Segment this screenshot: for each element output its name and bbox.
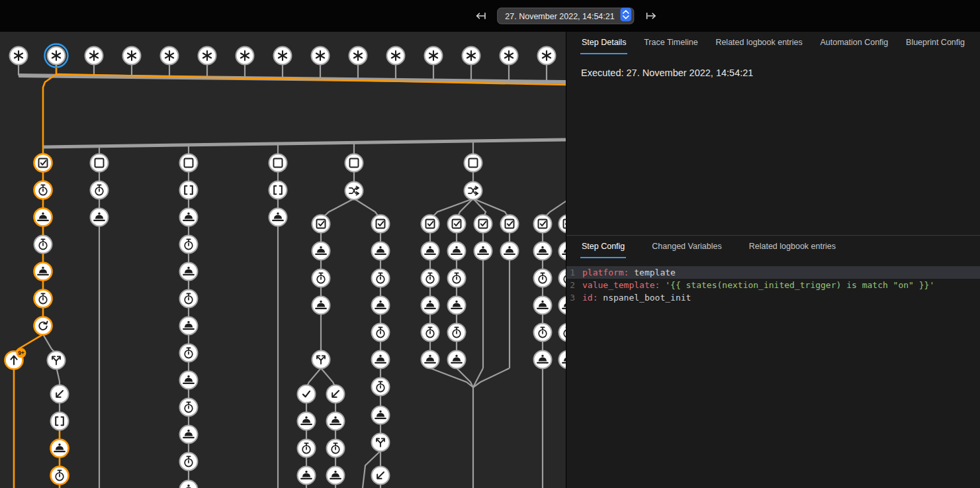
trace-node-timer[interactable] (34, 181, 52, 199)
trace-node-checkbox[interactable] (312, 215, 330, 233)
trace-node-call-split[interactable] (48, 352, 66, 369)
trace-node-timer[interactable] (180, 290, 198, 308)
trace-node-service[interactable] (372, 242, 390, 260)
trace-node-timer[interactable] (180, 453, 198, 471)
trace-node-service[interactable] (534, 297, 552, 315)
trace-node-repeat[interactable] (34, 317, 52, 335)
tab-changed-variables[interactable]: Changed Variables (650, 236, 723, 258)
tab-step-details[interactable]: Step Details (580, 32, 627, 54)
trace-node-square[interactable] (465, 154, 482, 172)
trace-node-timer[interactable] (448, 269, 466, 287)
trace-node-arrow-bottom-left[interactable] (327, 385, 345, 403)
trace-node-timer[interactable] (534, 269, 552, 287)
trace-node-asterisk[interactable] (85, 47, 103, 65)
trace-node-timer[interactable] (298, 440, 316, 458)
trace-node-service[interactable] (372, 407, 390, 424)
trace-node-service[interactable] (180, 209, 198, 226)
trace-node-service[interactable] (448, 297, 466, 315)
trace-node-checkbox[interactable] (501, 215, 519, 233)
trace-node-shuffle[interactable] (345, 182, 363, 200)
trace-node-service[interactable] (180, 481, 198, 488)
trace-node-service[interactable] (372, 297, 390, 315)
next-run-button[interactable] (643, 8, 659, 24)
trace-node-service[interactable] (559, 297, 566, 315)
tab-step-config[interactable]: Step Config (580, 236, 626, 258)
trace-node-service[interactable] (312, 242, 330, 260)
trace-node-timer[interactable] (34, 236, 52, 254)
trace-node-service[interactable] (180, 317, 198, 335)
trace-node-asterisk[interactable] (349, 47, 367, 65)
trace-node-service[interactable] (422, 242, 439, 260)
trace-node-brackets[interactable] (180, 181, 198, 199)
trace-node-brackets[interactable] (269, 181, 287, 199)
previous-run-button[interactable] (472, 8, 488, 24)
trace-node-service[interactable] (269, 209, 287, 226)
trace-node-asterisk[interactable] (387, 47, 405, 65)
trace-node-service[interactable] (448, 351, 466, 369)
trace-node-shuffle[interactable] (465, 182, 482, 200)
trace-node-timer[interactable] (372, 269, 390, 287)
trace-node-brackets[interactable] (51, 413, 69, 430)
trace-node-asterisk[interactable] (199, 47, 216, 65)
trace-node-timer[interactable] (559, 269, 566, 287)
trace-node-timer[interactable] (372, 324, 390, 342)
trace-node-service[interactable] (474, 242, 492, 260)
trace-node-service[interactable] (422, 351, 439, 369)
trace-node-square[interactable] (91, 154, 109, 172)
trace-node-checkbox[interactable] (34, 154, 52, 172)
trace-node-service[interactable] (448, 242, 466, 260)
trace-node-timer[interactable] (312, 269, 330, 287)
tab-blueprint-config[interactable]: Blueprint Config (905, 32, 966, 54)
trace-node-asterisk[interactable] (312, 47, 330, 65)
trace-node-square[interactable] (345, 154, 363, 172)
trace-node-service[interactable] (534, 242, 552, 260)
trace-node-checkbox[interactable] (422, 215, 439, 233)
trace-node-asterisk[interactable] (10, 47, 28, 65)
trace-node-service[interactable] (372, 351, 390, 369)
trace-node-timer[interactable] (180, 344, 198, 362)
trace-node-service[interactable] (559, 242, 566, 260)
trace-node-timer[interactable] (51, 467, 69, 485)
trace-node-timer[interactable] (372, 378, 390, 396)
trace-node-asterisk[interactable] (500, 47, 518, 65)
trace-node-service[interactable] (298, 413, 316, 430)
trace-node-square[interactable] (269, 154, 287, 172)
trace-node-asterisk[interactable] (236, 47, 254, 65)
trace-node-timer[interactable] (91, 181, 109, 199)
trace-node-checkbox[interactable] (448, 215, 466, 233)
trace-node-service[interactable] (91, 209, 109, 226)
trace-node-arrow-bottom-left[interactable] (372, 467, 390, 485)
trace-node-service[interactable] (559, 351, 566, 369)
trace-node-timer[interactable] (448, 324, 466, 342)
trace-node-square[interactable] (180, 154, 198, 172)
trace-node-timer[interactable] (34, 290, 52, 308)
trace-node-timer[interactable] (422, 269, 439, 287)
trace-node-service[interactable] (501, 242, 519, 260)
trace-node-service[interactable] (298, 467, 316, 485)
trace-node-service[interactable] (327, 467, 345, 485)
tab-trace-timeline[interactable]: Trace Timeline (643, 32, 699, 54)
trace-node-call-split[interactable] (372, 434, 390, 452)
trace-node-check[interactable] (298, 385, 316, 403)
trace-node-service[interactable] (534, 351, 552, 369)
run-selector[interactable]: 27. November 2022, 14:54:21 (497, 8, 634, 24)
tab-related-logbook-entries[interactable]: Related logbook entries (714, 32, 803, 54)
trace-node-service[interactable] (327, 413, 345, 430)
tab-related-logbook-entries[interactable]: Related logbook entries (748, 236, 837, 258)
trace-node-service[interactable] (180, 263, 198, 281)
trace-node-checkbox[interactable] (559, 215, 566, 233)
trace-node-service[interactable] (34, 263, 52, 281)
trace-node-arrow-bottom-left[interactable] (51, 385, 69, 403)
trace-node-checkbox[interactable] (372, 215, 390, 233)
trace-node-timer[interactable] (180, 236, 198, 254)
trace-node-call-split[interactable] (312, 351, 330, 369)
trace-node-service[interactable] (180, 371, 198, 389)
trace-node-arrow-up[interactable]: 9+ (5, 348, 26, 369)
trace-node-checkbox[interactable] (474, 215, 492, 233)
trace-node-asterisk[interactable] (45, 44, 68, 68)
trace-node-service[interactable] (51, 440, 69, 458)
trace-node-checkbox[interactable] (534, 215, 552, 233)
trace-node-timer[interactable] (327, 440, 345, 458)
trace-node-asterisk[interactable] (463, 47, 480, 65)
trace-node-timer[interactable] (422, 324, 439, 342)
